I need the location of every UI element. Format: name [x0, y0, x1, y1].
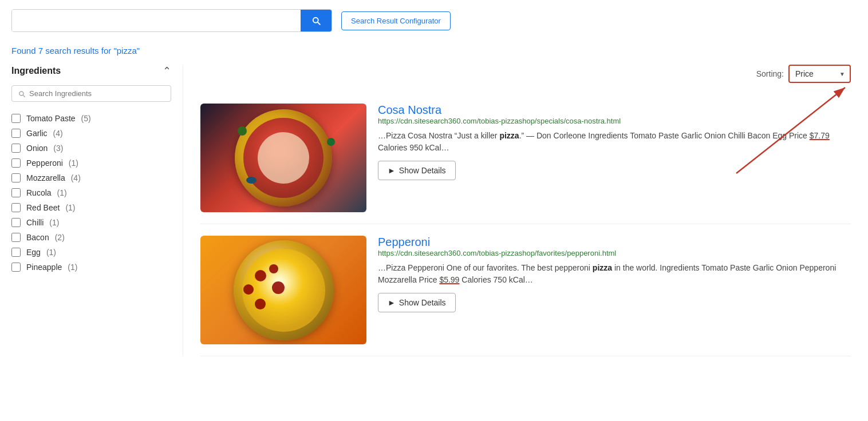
- ingredient-list: Tomato Paste (5) Garlic (4) Onion (3) Pe…: [11, 111, 171, 275]
- desc-price: $5.99: [439, 275, 459, 284]
- desc-price: $7.79: [810, 131, 830, 140]
- ingredient-checkbox-rucola[interactable]: [11, 188, 21, 197]
- sorting-select-wrapper: Price Relevance Name: [788, 65, 851, 83]
- ingredient-checkbox-egg[interactable]: [11, 248, 21, 257]
- show-details-label: Show Details: [399, 166, 446, 175]
- ingredient-count: (1): [65, 203, 75, 212]
- search-icon: [311, 15, 321, 26]
- sidebar-header: Ingredients ⌃: [11, 65, 171, 77]
- ingredient-checkbox-onion[interactable]: [11, 144, 21, 153]
- list-item: Garlic (4): [11, 126, 171, 141]
- ingredient-count: (4): [53, 129, 63, 138]
- pizza-visual-pepperoni: [215, 241, 352, 339]
- ingredient-name: Tomato Paste: [26, 114, 76, 123]
- desc-end: Calories 750 kCal…: [459, 275, 532, 284]
- ingredient-name: Mozzarella: [26, 173, 65, 182]
- ingredient-name: Bacon: [26, 233, 49, 242]
- sorting-select[interactable]: Price Relevance Name: [790, 66, 850, 82]
- result-card-cosa-nostra: Cosa Nostra https://cdn.sitesearch360.co…: [200, 92, 851, 224]
- ingredient-name: Rucola: [26, 188, 52, 197]
- list-item: Chilli (1): [11, 215, 171, 230]
- ingredient-count: (3): [53, 144, 63, 153]
- ingredient-count: (2): [55, 233, 65, 242]
- ingredient-name: Pineapple: [26, 263, 62, 272]
- desc-bold: pizza: [499, 131, 519, 140]
- desc-end: Calories 950 kCal…: [378, 143, 449, 152]
- sorting-label: Sorting:: [756, 69, 784, 78]
- show-details-arrow: ►: [388, 298, 396, 307]
- list-item: Pineapple (1): [11, 260, 171, 275]
- ingredient-search-input[interactable]: [29, 89, 165, 98]
- result-info-pepperoni: Pepperoni https://cdn.sitesearch360.com/…: [378, 236, 851, 344]
- show-details-button-cosa-nostra[interactable]: ► Show Details: [378, 161, 456, 180]
- ingredient-checkbox-red-beet[interactable]: [11, 203, 21, 212]
- ingredient-checkbox-garlic[interactable]: [11, 129, 21, 138]
- pizza-visual-cosa: [215, 109, 352, 206]
- results-header: Found 7 search results for "pizza": [0, 41, 868, 65]
- result-image-pepperoni: [200, 236, 366, 344]
- desc-pre: …Pizza Pepperoni One of our favorites. T…: [378, 263, 593, 272]
- result-title-pepperoni[interactable]: Pepperoni: [378, 236, 430, 248]
- sorting-bar: Sorting: Price Relevance Name: [200, 65, 851, 83]
- ingredient-count: (1): [68, 263, 77, 272]
- show-details-label: Show Details: [399, 298, 446, 307]
- result-url-pepperoni: https://cdn.sitesearch360.com/tobias-piz…: [378, 249, 851, 257]
- ingredient-count: (4): [71, 173, 81, 182]
- ingredient-checkbox-mozzarella[interactable]: [11, 173, 21, 182]
- ingredient-checkbox-chilli[interactable]: [11, 218, 21, 227]
- ingredient-name: Onion: [26, 144, 48, 153]
- ingredient-checkbox-pepperoni[interactable]: [11, 158, 21, 168]
- desc-bold: pizza: [593, 263, 612, 272]
- ingredient-checkbox-tomato-paste[interactable]: [11, 114, 21, 123]
- list-item: Rucola (1): [11, 185, 171, 200]
- search-input[interactable]: pizza: [12, 10, 301, 31]
- ingredient-count: (1): [69, 158, 78, 168]
- results-query: "pizza": [113, 46, 140, 55]
- list-item: Red Beet (1): [11, 200, 171, 215]
- config-button[interactable]: Search Result Configurator: [341, 11, 451, 30]
- ingredient-checkbox-pineapple[interactable]: [11, 263, 21, 272]
- ingredient-name: Garlic: [26, 129, 48, 138]
- collapse-icon[interactable]: ⌃: [163, 65, 171, 77]
- list-item: Tomato Paste (5): [11, 111, 171, 126]
- ingredient-count: (1): [57, 188, 67, 197]
- results-wrapper: Sorting: Price Relevance Name: [200, 65, 851, 356]
- result-info-cosa-nostra: Cosa Nostra https://cdn.sitesearch360.co…: [378, 104, 851, 212]
- sidebar-title: Ingredients: [11, 66, 61, 76]
- result-card-pepperoni: Pepperoni https://cdn.sitesearch360.com/…: [200, 224, 851, 356]
- list-item: Onion (3): [11, 141, 171, 156]
- result-description-pepperoni: …Pizza Pepperoni One of our favorites. T…: [378, 262, 851, 286]
- desc-post: .” — Don Corleone Ingredients Tomato Pas…: [519, 131, 810, 140]
- show-details-button-pepperoni[interactable]: ► Show Details: [378, 293, 456, 312]
- sidebar: Ingredients ⌃ Tomato Paste (5) Garlic (4…: [0, 65, 183, 356]
- show-details-arrow: ►: [388, 166, 396, 175]
- top-bar: pizza Search Result Configurator: [0, 0, 868, 41]
- ingredient-count: (1): [49, 218, 59, 227]
- ingredient-search-icon: [18, 90, 26, 98]
- ingredient-name: Egg: [26, 248, 41, 257]
- result-title-cosa-nostra[interactable]: Cosa Nostra: [378, 104, 441, 116]
- ingredient-name: Chilli: [26, 218, 44, 227]
- desc-pre: …Pizza Cosa Nostra “Just a killer: [378, 131, 499, 140]
- result-image-cosa-nostra: [200, 104, 366, 212]
- list-item: Pepperoni (1): [11, 156, 171, 170]
- result-url-cosa-nostra: https://cdn.sitesearch360.com/tobias-piz…: [378, 117, 851, 125]
- main-content: Ingredients ⌃ Tomato Paste (5) Garlic (4…: [0, 65, 868, 356]
- ingredient-count: (1): [46, 248, 56, 257]
- ingredient-search-box: [11, 85, 171, 102]
- results-area: Sorting: Price Relevance Name: [183, 65, 868, 356]
- ingredient-checkbox-bacon[interactable]: [11, 233, 21, 242]
- result-description-cosa-nostra: …Pizza Cosa Nostra “Just a killer pizza.…: [378, 130, 851, 154]
- search-button[interactable]: [301, 10, 332, 31]
- search-box: pizza: [11, 9, 332, 32]
- results-summary-prefix: Found 7 search results for: [11, 46, 113, 55]
- ingredient-count: (5): [81, 114, 91, 123]
- list-item: Bacon (2): [11, 230, 171, 245]
- list-item: Mozzarella (4): [11, 170, 171, 185]
- ingredient-name: Red Beet: [26, 203, 60, 212]
- pizza-cheese: [258, 132, 309, 184]
- ingredient-name: Pepperoni: [26, 158, 63, 168]
- list-item: Egg (1): [11, 245, 171, 260]
